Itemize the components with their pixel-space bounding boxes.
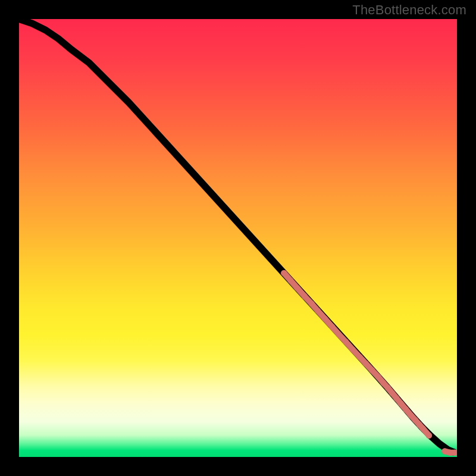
- plot-area: [19, 19, 457, 457]
- highlight-point: [315, 308, 321, 314]
- highlight-point: [329, 324, 335, 330]
- highlight-point: [336, 331, 342, 337]
- highlight-point: [398, 400, 404, 406]
- highlight-point: [308, 300, 314, 306]
- highlight-point: [356, 354, 362, 360]
- chart-svg: [19, 19, 457, 457]
- highlight-point: [426, 433, 432, 439]
- highlight-point: [343, 339, 349, 345]
- highlight-point: [385, 385, 391, 391]
- highlight-point: [380, 380, 386, 386]
- highlight-point: [287, 277, 293, 283]
- chart-frame: TheBottleneck.com: [0, 0, 476, 476]
- highlight-point: [403, 406, 409, 412]
- highlight-point: [281, 270, 287, 276]
- highlight-point: [419, 425, 425, 431]
- highlight-point: [375, 374, 381, 380]
- highlight-point: [408, 412, 414, 418]
- highlight-point: [302, 293, 308, 299]
- highlight-point: [389, 390, 395, 396]
- highlight-point: [369, 367, 375, 373]
- highlight-point: [441, 448, 447, 454]
- watermark-text: TheBottleneck.com: [352, 2, 466, 18]
- highlight-point: [322, 315, 328, 321]
- highlight-point: [350, 347, 356, 353]
- highlight-point: [294, 285, 300, 291]
- highlight-point: [393, 395, 399, 401]
- highlight-point: [363, 361, 369, 367]
